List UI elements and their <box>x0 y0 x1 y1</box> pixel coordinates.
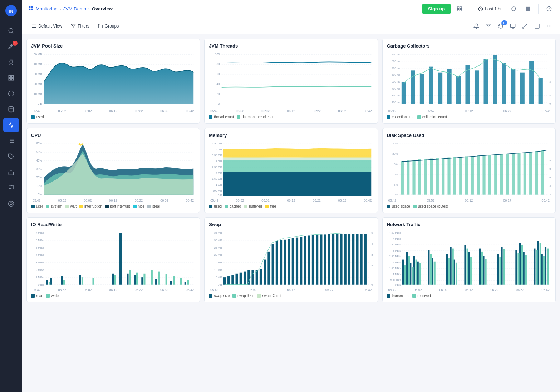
fullscreen-icon[interactable] <box>520 21 530 31</box>
sidebar-item-grid[interactable] <box>3 71 19 85</box>
panel-swap: Swap 35 MB 30 MB 25 MB 20 MB 15 MB 10 MB… <box>204 217 378 302</box>
svg-text:10 MB: 10 MB <box>34 92 42 95</box>
sidebar-item-search[interactable] <box>3 24 19 38</box>
sidebar-item-puzzle[interactable] <box>3 149 19 164</box>
svg-text:2m pages/s: 2m pages/s <box>372 264 373 268</box>
sidebar-item-bug[interactable] <box>3 55 19 69</box>
sidebar-item-palette[interactable] <box>3 197 19 211</box>
svg-rect-159 <box>442 158 444 194</box>
toolbar-right: 0 <box>471 21 554 31</box>
svg-point-10 <box>9 201 14 207</box>
svg-line-31 <box>525 24 527 26</box>
sidebar-item-flag[interactable] <box>3 181 19 195</box>
svg-rect-331 <box>470 257 472 284</box>
history-icon[interactable]: 0 <box>496 21 506 31</box>
svg-rect-94 <box>502 63 506 104</box>
panel-title-disk-space: Disk Space Used <box>387 133 551 138</box>
svg-text:160: 160 <box>549 53 551 56</box>
svg-rect-247 <box>248 270 250 284</box>
refresh-icon[interactable] <box>508 4 519 14</box>
svg-rect-309 <box>479 249 481 285</box>
app-icon <box>28 5 34 12</box>
svg-rect-334 <box>499 257 501 284</box>
svg-rect-199 <box>127 274 128 285</box>
svg-text:0 B: 0 B <box>38 102 42 105</box>
legend-swap: swap size swap IO in swap IO out <box>209 294 373 298</box>
svg-rect-264 <box>316 235 318 284</box>
groups-button[interactable]: Groups <box>94 22 122 30</box>
svg-rect-316 <box>534 249 535 285</box>
svg-text:10%: 10% <box>36 184 42 188</box>
svg-rect-168 <box>494 154 497 195</box>
svg-rect-261 <box>304 236 306 285</box>
breadcrumb-monitoring[interactable]: Monitoring <box>36 6 58 11</box>
svg-rect-98 <box>538 78 542 104</box>
svg-rect-9 <box>9 172 14 175</box>
svg-rect-176 <box>541 150 544 195</box>
svg-rect-257 <box>288 239 290 285</box>
more-options-icon[interactable] <box>544 21 554 31</box>
legend-item-used-space: used space <box>387 204 410 208</box>
panel-title-io-read-write: IO Read/Write <box>31 222 195 227</box>
legend-dot-steal <box>147 205 151 208</box>
svg-rect-210 <box>129 270 131 284</box>
svg-rect-259 <box>296 238 298 285</box>
svg-rect-161 <box>453 157 456 194</box>
apps-icon[interactable] <box>454 4 465 14</box>
svg-text:600 ms: 600 ms <box>392 73 400 76</box>
svg-rect-267 <box>328 234 330 284</box>
legend-label-cached: cached <box>230 204 241 208</box>
notification-bell-icon[interactable] <box>471 21 481 31</box>
svg-rect-275 <box>360 234 363 284</box>
svg-text:3.50 GB: 3.50 GB <box>212 154 222 157</box>
sidebar-item-chart[interactable] <box>3 118 19 132</box>
svg-rect-327 <box>448 258 450 284</box>
svg-text:4m pages/s: 4m pages/s <box>372 242 373 245</box>
legend-label-collection-time: collection time <box>392 115 414 119</box>
signup-button[interactable]: Sign up <box>422 4 451 14</box>
chart-disk-space: 25% 20% 15% 10% 5% 0% 14 GB 12 GB 10 GB … <box>387 141 551 198</box>
svg-text:120: 120 <box>549 66 551 70</box>
legend-memory: used cached buffered free <box>209 204 373 208</box>
svg-text:0 B: 0 B <box>218 194 222 197</box>
svg-text:20 MB: 20 MB <box>34 82 42 86</box>
panel-jvm-threads: JVM Threads 100 80 60 40 20 0 <box>204 39 378 124</box>
svg-rect-338 <box>525 255 527 285</box>
sidebar-item-info[interactable] <box>3 86 19 101</box>
default-view-button[interactable]: Default View <box>28 22 66 30</box>
svg-rect-153 <box>407 160 409 195</box>
monitor-icon[interactable] <box>508 21 518 31</box>
filters-button[interactable]: Filters <box>67 22 93 30</box>
app-logo[interactable]: IN <box>4 4 18 18</box>
svg-rect-330 <box>466 249 468 285</box>
sidebar-item-list[interactable] <box>3 134 19 148</box>
sidebar-item-database[interactable] <box>3 102 19 116</box>
legend-dot-cached <box>225 205 228 208</box>
svg-rect-311 <box>497 254 499 285</box>
svg-rect-273 <box>352 234 354 284</box>
svg-rect-4 <box>12 75 14 77</box>
legend-dot-daemon-thread <box>237 115 240 119</box>
legend-item-cached: cached <box>225 204 241 208</box>
svg-text:10 MB: 10 MB <box>214 268 222 272</box>
help-icon[interactable] <box>544 4 554 14</box>
email-icon[interactable] <box>483 21 493 31</box>
legend-dot-system <box>46 205 49 208</box>
time-range-button[interactable]: Last 1 hr <box>475 5 505 13</box>
legend-label-swap-io-in: swap IO in <box>237 294 254 298</box>
legend-label-free: free <box>270 204 276 208</box>
breadcrumb-jvm-demo[interactable]: JVM Demo <box>63 6 86 11</box>
svg-rect-215 <box>166 274 167 285</box>
columns-icon[interactable] <box>532 21 542 31</box>
svg-rect-255 <box>280 240 282 285</box>
svg-text:40 MB: 40 MB <box>34 62 42 66</box>
pause-icon[interactable] <box>522 4 533 14</box>
svg-text:30 MB: 30 MB <box>214 239 222 242</box>
svg-rect-193 <box>46 280 48 284</box>
svg-rect-337 <box>521 245 523 284</box>
svg-text:3 GB: 3 GB <box>216 160 222 163</box>
svg-text:40: 40 <box>549 94 551 97</box>
sidebar-item-rocket[interactable]: 1 <box>3 39 19 54</box>
svg-text:20 MB: 20 MB <box>214 253 222 257</box>
sidebar-item-robot[interactable] <box>3 165 19 179</box>
